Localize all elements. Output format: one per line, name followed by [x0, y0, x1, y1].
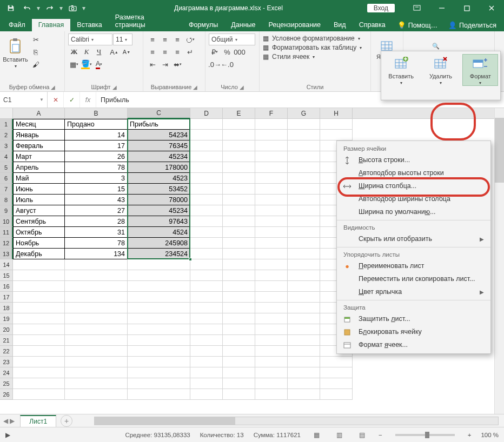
cell[interactable] [255, 119, 288, 130]
cell[interactable] [320, 357, 353, 367]
align-left-icon[interactable]: ≡ [147, 46, 158, 58]
cell[interactable] [223, 119, 255, 130]
row-header[interactable]: 2 [0, 130, 13, 140]
row-header[interactable]: 13 [0, 249, 13, 259]
cell[interactable] [223, 227, 255, 238]
cell[interactable] [190, 173, 223, 184]
menu-autofit-row-height[interactable]: Автоподбор высоты строки [337, 166, 490, 179]
cell[interactable] [223, 259, 255, 270]
close-icon[interactable] [479, 0, 504, 16]
cell[interactable] [190, 357, 223, 367]
row-header[interactable]: 8 [0, 195, 13, 205]
cell[interactable] [255, 140, 288, 151]
cell[interactable]: 178000 [128, 162, 190, 173]
delete-cells-button[interactable]: Удалить▾ [423, 55, 458, 85]
cell[interactable] [128, 346, 190, 357]
cell[interactable] [223, 313, 255, 324]
column-header[interactable]: E [223, 108, 255, 119]
cell[interactable] [223, 270, 255, 281]
name-box[interactable]: C1▼ [0, 92, 48, 108]
cell[interactable]: 3 [65, 173, 128, 184]
row-header[interactable]: 18 [0, 303, 13, 313]
menu-move-copy-sheet[interactable]: Переместить или скопировать лист... [337, 272, 490, 285]
format-as-table-button[interactable]: ▦Форматировать как таблицу▾ [263, 44, 362, 51]
row-header[interactable]: 24 [0, 367, 13, 378]
ribbon-options-icon[interactable] [404, 0, 429, 16]
cell[interactable] [223, 378, 255, 389]
column-header[interactable]: A [13, 108, 65, 119]
tab-view[interactable]: Вид [327, 19, 353, 31]
dialog-launcher-icon[interactable]: ◢ [240, 84, 244, 90]
copy-icon[interactable]: ⎘ [30, 46, 42, 58]
cell[interactable] [190, 303, 223, 313]
cell[interactable] [223, 303, 255, 313]
cell[interactable]: Прибыль [128, 119, 190, 130]
percent-icon[interactable]: % [221, 46, 233, 58]
cell[interactable] [190, 130, 223, 140]
fx-icon[interactable]: fx [80, 92, 96, 108]
view-page-layout-icon[interactable]: ▥ [333, 430, 346, 440]
align-top-icon[interactable]: ≡ [147, 34, 158, 45]
cell[interactable] [190, 389, 223, 400]
cell[interactable] [13, 378, 65, 389]
cell[interactable] [13, 313, 65, 324]
cell[interactable]: 234524 [128, 249, 190, 259]
cell[interactable] [288, 346, 320, 357]
increase-indent-icon[interactable]: ⇥ [159, 58, 171, 70]
cell[interactable] [288, 205, 320, 216]
cell[interactable] [223, 216, 255, 227]
menu-default-width[interactable]: Ширина по умолчанию... [337, 205, 490, 218]
merge-icon[interactable]: ⬌▾ [171, 58, 183, 70]
cell[interactable] [255, 346, 288, 357]
cell[interactable] [320, 130, 353, 140]
vertical-scrollbar[interactable] [494, 108, 504, 414]
cell[interactable] [190, 367, 223, 378]
fill-color-icon[interactable]: 🪣▾ [81, 58, 92, 70]
cell-styles-button[interactable]: ▦Стили ячеек▾ [263, 53, 362, 61]
menu-autofit-column-width[interactable]: Автоподбор ширины столбца [337, 192, 490, 205]
cell[interactable] [255, 184, 288, 195]
align-bottom-icon[interactable]: ≡ [171, 34, 183, 45]
row-header[interactable]: 1 [0, 119, 13, 130]
column-header[interactable]: H [320, 108, 353, 119]
cell[interactable] [223, 357, 255, 367]
cell[interactable] [128, 281, 190, 292]
cell[interactable]: 26 [65, 151, 128, 162]
cell[interactable]: 45234 [128, 151, 190, 162]
view-page-break-icon[interactable]: ▤ [356, 430, 369, 440]
sheet-tab[interactable]: Лист1 [20, 415, 56, 427]
font-family-select[interactable]: Calibri▾ [68, 34, 112, 45]
cell[interactable]: 76345 [128, 140, 190, 151]
cell[interactable] [255, 281, 288, 292]
cancel-icon[interactable]: ✕ [48, 92, 64, 108]
menu-lock-cell[interactable]: Блокировать ячейку [337, 325, 490, 338]
cell[interactable]: 45234 [128, 205, 190, 216]
cell[interactable] [190, 249, 223, 259]
cell[interactable] [288, 259, 320, 270]
cell[interactable] [223, 335, 255, 346]
cell[interactable] [190, 238, 223, 249]
cell[interactable] [128, 389, 190, 400]
view-normal-icon[interactable]: ▦ [310, 430, 323, 440]
cell[interactable] [128, 367, 190, 378]
cell[interactable] [190, 378, 223, 389]
zoom-slider[interactable] [395, 434, 455, 436]
underline-button[interactable]: Ч [93, 46, 105, 58]
cell[interactable] [223, 195, 255, 205]
cell[interactable] [65, 324, 128, 335]
cell[interactable]: 4524 [128, 227, 190, 238]
cell[interactable] [65, 335, 128, 346]
format-cells-button[interactable]: Формат▾ [463, 55, 498, 85]
cell[interactable] [288, 238, 320, 249]
row-header[interactable]: 14 [0, 259, 13, 270]
cell[interactable] [223, 324, 255, 335]
cell[interactable] [255, 216, 288, 227]
row-header[interactable]: 17 [0, 292, 13, 303]
cell[interactable] [223, 389, 255, 400]
cell[interactable]: Сентябрь [13, 216, 65, 227]
cell[interactable] [13, 357, 65, 367]
row-header[interactable]: 6 [0, 173, 13, 184]
new-sheet-button[interactable]: + [61, 415, 72, 427]
row-header[interactable]: 10 [0, 216, 13, 227]
row-header[interactable]: 19 [0, 313, 13, 324]
